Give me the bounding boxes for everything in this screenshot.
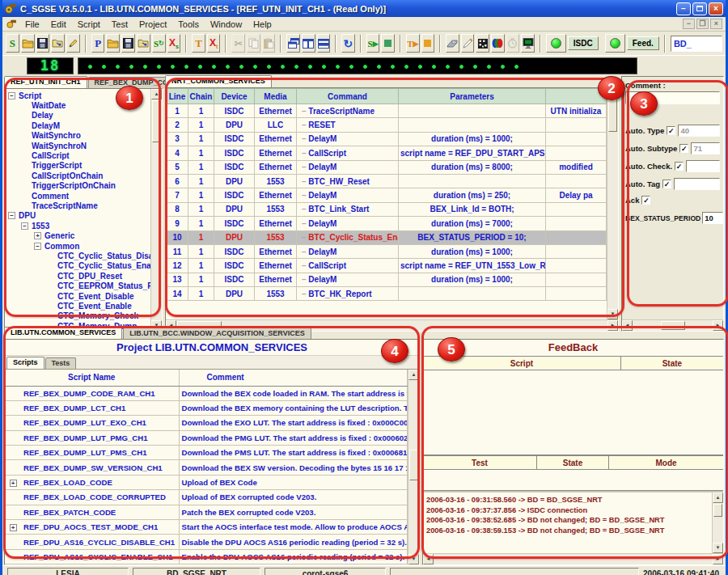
colors-button[interactable] [491, 34, 505, 53]
reload-script-button[interactable]: S↻ [152, 34, 166, 53]
command-row[interactable]: 8 1 DPU 1553 BTC_Link_Start BEX_Link_Id … [167, 202, 607, 216]
col-chain[interactable]: Chain [188, 89, 214, 104]
eraser-button[interactable] [446, 34, 459, 53]
expand-icon[interactable]: + [10, 480, 17, 487]
scroll-up-icon[interactable]: ▲ [408, 370, 419, 380]
script-row[interactable]: REF_BEX_DUMP_CODE_RAM_CH1 Download the B… [5, 386, 408, 400]
command-row[interactable]: 10 1 DPU 1553 BTC_Cyclic_Status_Enable B… [167, 230, 607, 244]
bd-input[interactable] [671, 36, 722, 52]
cell-expand[interactable] [5, 460, 21, 475]
delete-test-button[interactable]: Xt [207, 34, 221, 53]
cell-expand[interactable] [5, 446, 21, 460]
col-script-name[interactable]: Script Name [5, 370, 179, 386]
tree-toggle-icon[interactable]: − [8, 92, 15, 99]
cell-expand[interactable] [5, 430, 21, 445]
mdi-minimize-button[interactable]: − [683, 19, 695, 29]
scroll-up-icon[interactable]: ▲ [713, 493, 723, 503]
tree-item[interactable]: − 1553 [5, 221, 150, 230]
new-project-button[interactable]: P [91, 34, 105, 53]
stop-test-button[interactable] [421, 34, 435, 53]
command-table-tab[interactable]: NRT_COMMON_SERVICES [165, 75, 272, 87]
scroll-down-icon[interactable]: ▼ [713, 543, 723, 553]
auto-subtype-field[interactable] [691, 142, 720, 154]
tree-item[interactable]: CallScriptOnChain [5, 171, 150, 180]
mdi-close-button[interactable]: × [710, 19, 722, 29]
tree-item[interactable]: TriggerScript [5, 161, 150, 171]
col-comment[interactable]: Comment [179, 370, 407, 386]
open-project-button[interactable] [106, 34, 120, 53]
maximize-button[interactable] [692, 2, 707, 15]
stop-script-button[interactable] [381, 34, 395, 53]
edit-script-button[interactable] [66, 34, 80, 53]
expand-icon[interactable]: + [10, 524, 17, 531]
tree-item[interactable]: DelayM [5, 120, 150, 130]
scroll-left-icon[interactable]: ◄ [423, 554, 434, 564]
tree-toggle-icon[interactable]: − [8, 212, 15, 219]
tree-item[interactable]: − DPU [5, 211, 150, 221]
script-row[interactable]: REF_BEX_DUMP_SW_VERSION_CH1 Download the… [5, 460, 408, 475]
scrollbar-thumb[interactable] [152, 100, 161, 142]
cell-expand[interactable] [5, 549, 21, 564]
project-import-button[interactable] [137, 34, 150, 53]
scroll-up-icon[interactable]: ▲ [607, 88, 618, 99]
menu-script[interactable]: Script [72, 19, 106, 30]
scroll-up-icon[interactable]: ▲ [151, 89, 162, 99]
command-row[interactable]: 4 1 ISDC Ethernet CallScript script name… [167, 146, 607, 160]
mdi-restore-button[interactable]: ❐ [696, 19, 709, 29]
script-row[interactable]: REF_BEX_DUMP_LUT_EXO_CH1 Download the EX… [5, 416, 408, 430]
tree-item[interactable]: + Generic [5, 230, 150, 240]
edit-log-button[interactable] [461, 34, 475, 53]
auto-tag-checkbox[interactable]: ✓ [662, 180, 671, 188]
save-script-button[interactable] [36, 34, 50, 53]
menu-project[interactable]: Project [133, 19, 172, 30]
script-row[interactable]: REF_DPU_AS16_CYCLIC_ENABLE_CH1 Enable th… [5, 549, 408, 564]
log-vscrollbar[interactable]: ▲ ▼ [712, 493, 723, 553]
col-device[interactable]: Device [214, 89, 255, 104]
tree-toggle-icon[interactable]: − [21, 222, 28, 230]
cascade-windows-button[interactable] [286, 34, 300, 53]
tree-item[interactable]: CTC_Memory_Check [5, 311, 150, 321]
tree-item[interactable]: CTC_EEPROM_Status_Report [5, 281, 150, 290]
menu-tools[interactable]: Tools [172, 19, 205, 30]
refresh-button[interactable]: ↻ [341, 34, 355, 53]
tree-toggle-icon[interactable]: − [34, 243, 41, 250]
cell-expand[interactable] [5, 386, 21, 400]
cell-expand[interactable] [5, 505, 21, 519]
workspace-tab[interactable]: LIB.UTN_BCC.WINDOW_ACQUISITION_SERVICES [123, 328, 311, 339]
cell-expand[interactable] [5, 535, 21, 549]
command-row[interactable]: 3 1 ISDC Ethernet DelayM duration (ms) =… [167, 132, 607, 146]
auto-type-field[interactable] [678, 125, 720, 137]
command-row[interactable]: 11 1 ISDC Ethernet DelayM duration (ms) … [167, 244, 607, 258]
menu-help[interactable]: Help [248, 19, 277, 30]
scroll-down-icon[interactable]: ▼ [607, 309, 618, 319]
tile-horizontal-button[interactable] [317, 34, 331, 53]
tree-item[interactable]: TriggerScriptOnChain [5, 181, 150, 191]
new-script-button[interactable]: S [6, 34, 19, 53]
auto-check-checkbox[interactable]: ✓ [675, 162, 684, 171]
col-line[interactable]: Line [167, 89, 188, 104]
delete-script-button[interactable]: Xs [167, 34, 181, 53]
scrollbar-thumb[interactable] [409, 450, 418, 480]
matrix-button[interactable] [476, 34, 489, 53]
ack-checkbox[interactable]: ✓ [641, 196, 650, 205]
scroll-down-icon[interactable]: ▼ [408, 554, 419, 564]
minimize-button[interactable]: − [676, 2, 691, 15]
menu-window[interactable]: Window [205, 19, 248, 30]
cell-expand[interactable]: + [5, 520, 21, 535]
tree-item[interactable]: Delay [5, 111, 150, 120]
menu-test[interactable]: Test [106, 19, 133, 30]
col-command[interactable]: Command [297, 89, 399, 104]
command-row[interactable]: 9 1 ISDC Ethernet DelayM duration (ms) =… [167, 217, 607, 230]
script-tab[interactable]: REF_UTN_INIT_CH1 [4, 76, 87, 88]
auto-tag-field[interactable] [674, 178, 720, 190]
workspace-tab[interactable]: LIB.UTN.COMMON_SERVICES [4, 327, 122, 339]
command-row[interactable]: 6 1 DPU 1553 BTC_HW_Reset [167, 174, 607, 188]
monitor-button[interactable] [521, 34, 535, 53]
tree-item[interactable]: CTC_Event_Enable [5, 301, 150, 311]
script-row[interactable]: REF_DPU_AS16_CYCLIC_DISABLE_CH1 Disable … [5, 535, 408, 549]
script-import-button[interactable] [51, 34, 65, 53]
open-script-button[interactable] [21, 34, 35, 53]
script-row[interactable]: + REF_DPU_AOCS_TEST_MODE_CH1 Start the A… [5, 520, 408, 535]
scripts-table-scrollbar[interactable]: ▲ ▼ [408, 370, 419, 564]
auto-type-checkbox[interactable]: ✓ [667, 126, 675, 135]
